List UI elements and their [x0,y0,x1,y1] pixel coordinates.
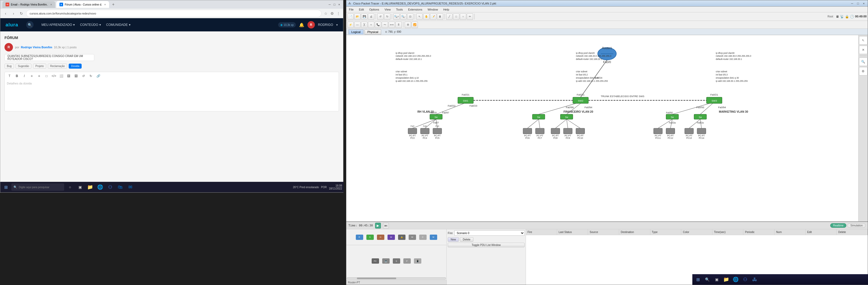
menu-window[interactable]: Window [427,8,439,11]
tool-save[interactable]: 💾 [361,13,367,20]
taskbar-chrome[interactable]: ⚇ [106,183,114,191]
toggle-pdu-button[interactable]: Toggle PDU List Window [448,243,525,247]
tool-usb[interactable]: ⚙ [405,22,411,28]
tool-ellipse[interactable]: ○ [460,13,466,20]
new-scenario-button[interactable]: New [448,237,459,242]
forward-button[interactable]: › [10,10,17,16]
browser-minimize[interactable]: ─ [328,3,332,6]
tool-cable-phone[interactable]: 📞 [375,22,381,28]
device-scrollbar[interactable] [347,277,446,280]
question-title-input[interactable]: QUANTAS SUBNETES(SUBREDES) CONSIGO CRIAR… [4,54,94,61]
browser-tab-email[interactable]: ✉ Email – Rodrigo Vieira Bomfim... × [2,1,55,8]
device-laptop[interactable]: 💻 [381,256,391,266]
menu-view[interactable]: View [383,8,392,11]
back-button[interactable]: ‹ [2,10,9,16]
toolbox-inspect-btn[interactable]: 🔍 [859,58,867,66]
tool-move[interactable]: ✋ [423,13,430,20]
device-switch[interactable]: S [365,233,375,242]
tag-reclamacao[interactable]: Reclamação [48,64,67,69]
tool-freeform[interactable]: ✏ [467,13,473,20]
tag-bug[interactable]: Bug [4,64,14,69]
menu-options[interactable]: Options [368,8,380,11]
menu-tools[interactable]: Tools [395,8,404,11]
device-multiuser[interactable]: M [429,233,438,242]
tool-cable-fiber[interactable]: ≈ [368,22,374,28]
browser-close[interactable]: × [337,3,341,6]
tool-undo[interactable]: ↺ [377,13,383,20]
pkt-taskbar-search[interactable]: 🔍 [703,275,711,284]
comunidade-menu[interactable]: COMUNIDADE ▾ [106,23,130,27]
menu-help[interactable]: Help [442,8,451,11]
device-phone[interactable]: 📱 [413,256,423,266]
address-bar[interactable]: cursos.alura.com.br/forum/subcategoria-r… [26,10,321,17]
extension-icon[interactable]: ⚙ [330,11,335,16]
scenario-select[interactable]: Scenario 0 [454,230,525,236]
device-server[interactable]: S [392,256,401,266]
forum-tab-close[interactable]: × [104,3,106,6]
tool-line[interactable]: ╱ [446,13,453,20]
device-custom[interactable]: C [418,233,428,242]
logical-tab[interactable]: Logical [348,29,364,34]
tool-zoom-out[interactable]: 🔍- [400,13,406,20]
pkt-taskbar-chrome[interactable]: ⚇ [741,275,749,284]
tool-fit[interactable]: ⊡ [407,13,413,20]
delete-scenario-button[interactable]: Delete [460,237,473,242]
device-wireless[interactable]: W [386,233,396,242]
tool-delete[interactable]: 🗑 [437,13,443,20]
tag-duvida[interactable]: Dúvida [69,64,82,69]
simulation-btn[interactable]: Simulation [847,223,866,228]
text-bold-t[interactable]: T [7,73,12,79]
tool-redo[interactable]: ↻ [384,13,391,20]
pkt-taskbar-edge[interactable]: 🌐 [732,275,740,284]
taskbar-search[interactable]: 🔍 Digite aqui para pesquisar [11,183,64,191]
tool-open[interactable]: 📂 [354,13,361,20]
tag-projeto[interactable]: Projeto [33,64,46,69]
taskbar-folder[interactable]: 📁 [86,183,94,191]
text-link[interactable]: 🔗 [96,73,101,79]
browser-maximize[interactable]: □ [333,3,336,6]
toolbox-delete-btn[interactable]: ✕ [859,46,867,54]
tool-new[interactable]: 📄 [347,13,354,20]
toolbox-select-btn[interactable]: ↖ [859,36,867,45]
alura-search-btn[interactable]: 🔍 [26,21,34,29]
more-icon[interactable]: ⋮ [336,11,341,16]
post-author-name[interactable]: Rodrigo Vieira Bomfim [21,46,52,49]
reload-button[interactable]: ↻ [18,10,25,16]
pkt-minimize[interactable]: ─ [850,2,854,5]
physical-tab[interactable]: Physical [365,29,381,35]
menu-extensions[interactable]: Extensions [407,8,424,11]
device-wan[interactable]: W [408,233,417,242]
browser-tab-forum[interactable]: A Fórum | Alura - Cursos online d... × [56,1,109,8]
realtime-btn[interactable]: Realtime [830,223,846,228]
text-list1[interactable]: ≡ [29,73,34,79]
alura-logo[interactable]: alura [5,22,18,28]
tool-wireless[interactable]: 📶 [411,22,418,28]
taskbar-cortana[interactable]: ○ [66,183,74,191]
menu-file[interactable]: File [348,8,355,11]
tool-cable-coax[interactable]: 〜 [382,22,388,28]
email-tab-close[interactable]: × [51,3,52,6]
tool-cable-serial[interactable]: ⟺ [389,22,395,28]
device-printer[interactable]: P [402,256,412,266]
pkt-close[interactable]: × [862,2,866,5]
pkt-maximize[interactable]: □ [856,2,860,5]
taskbar-store[interactable]: 🛍 [116,183,124,191]
pkt-taskbar-taskview[interactable]: ▣ [712,275,721,284]
tool-cable-octet[interactable]: 8 [396,22,402,28]
text-img3[interactable]: 🖼 [73,73,79,79]
tool-cable-straight[interactable]: — [354,22,361,28]
text-code[interactable]: </> [51,73,57,79]
play-pause-button[interactable]: ▶ [375,223,381,228]
pkt-taskbar-cisco[interactable]: 🖧 [750,275,759,284]
toolbox-settings-btn[interactable]: ⚙ [859,67,867,75]
device-hub[interactable]: H [376,233,385,242]
tool-rectangle[interactable]: □ [453,13,459,20]
text-img1[interactable]: ⬜ [59,73,64,79]
tool-note[interactable]: 📝 [430,13,436,20]
tag-sugestao[interactable]: Sugestão [16,64,31,69]
new-tab-button[interactable]: + [110,1,117,8]
text-list2[interactable]: ≡ [36,73,42,79]
windows-start-btn[interactable]: ⊞ [2,183,10,191]
device-router[interactable]: R [355,233,364,242]
conteudo-menu[interactable]: CONTEÚDO ▾ [80,23,101,27]
